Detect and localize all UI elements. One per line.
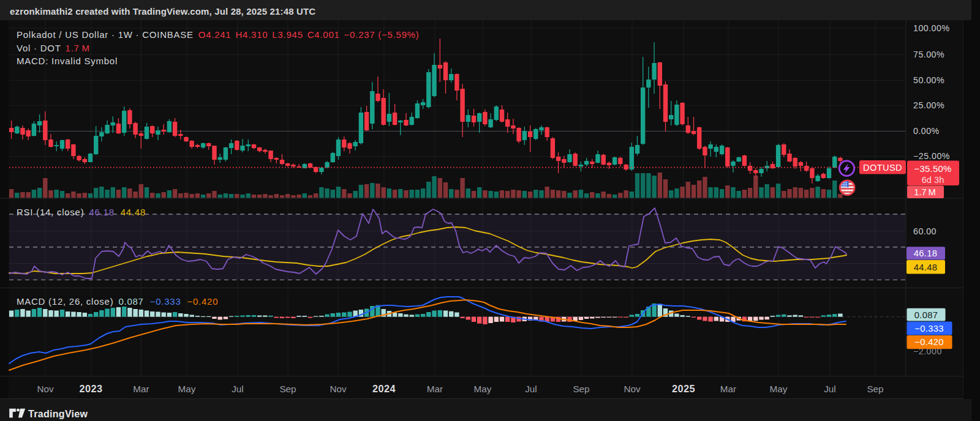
svg-text:2023: 2023 <box>80 383 103 394</box>
svg-text:Jul: Jul <box>232 384 244 394</box>
svg-text:100.00%: 100.00% <box>913 23 950 33</box>
svg-text:Jul: Jul <box>525 384 537 394</box>
svg-text:Mar: Mar <box>427 384 443 394</box>
svg-text:0.00%: 0.00% <box>913 126 940 136</box>
svg-text:50.00%: 50.00% <box>913 75 944 85</box>
svg-text:6d 3h: 6d 3h <box>922 175 944 185</box>
svg-text:TradingView: TradingView <box>28 409 88 419</box>
svg-text:75.00%: 75.00% <box>913 50 944 59</box>
svg-text:−0.333: −0.333 <box>914 324 943 333</box>
svg-text:May: May <box>178 384 196 394</box>
svg-text:Sep: Sep <box>279 384 296 394</box>
svg-text:1.7 M: 1.7 M <box>914 187 935 197</box>
svg-text:ezronkimathi2 created with Tra: ezronkimathi2 created with TradingView.c… <box>10 6 315 17</box>
svg-text:Mar: Mar <box>133 384 149 394</box>
svg-text:Nov: Nov <box>37 384 54 394</box>
svg-text:Polkadot / US Dollar · 1W · CO: Polkadot / US Dollar · 1W · COINBASEO4.2… <box>17 29 420 40</box>
svg-text:RSI (14, close)46.1844.48: RSI (14, close)46.1844.48 <box>17 207 146 217</box>
svg-text:2025: 2025 <box>672 383 695 394</box>
svg-text:Vol · DOT1.7 M: Vol · DOT1.7 M <box>17 43 90 53</box>
svg-text:Jul: Jul <box>824 384 836 394</box>
svg-text:May: May <box>770 384 788 394</box>
svg-text:Sep: Sep <box>573 384 589 394</box>
svg-text:May: May <box>474 384 492 394</box>
svg-text:−0.420: −0.420 <box>914 337 943 347</box>
svg-text:2024: 2024 <box>372 383 396 394</box>
svg-text:60.00: 60.00 <box>913 226 937 236</box>
svg-text:Nov: Nov <box>330 384 347 394</box>
svg-text:MACD: Invalid Symbol: MACD: Invalid Symbol <box>17 56 118 66</box>
svg-text:0.087: 0.087 <box>914 310 938 320</box>
svg-text:46.18: 46.18 <box>914 248 938 258</box>
svg-text:Sep: Sep <box>867 384 883 394</box>
svg-text:44.48: 44.48 <box>914 263 938 272</box>
svg-text:−25.00%: −25.00% <box>913 151 950 161</box>
svg-text:25.00%: 25.00% <box>913 100 944 110</box>
svg-text:Nov: Nov <box>624 384 641 394</box>
svg-text:−35.50%: −35.50% <box>914 164 952 174</box>
svg-text:Mar: Mar <box>720 384 736 394</box>
svg-text:DOTUSD: DOTUSD <box>863 163 902 173</box>
